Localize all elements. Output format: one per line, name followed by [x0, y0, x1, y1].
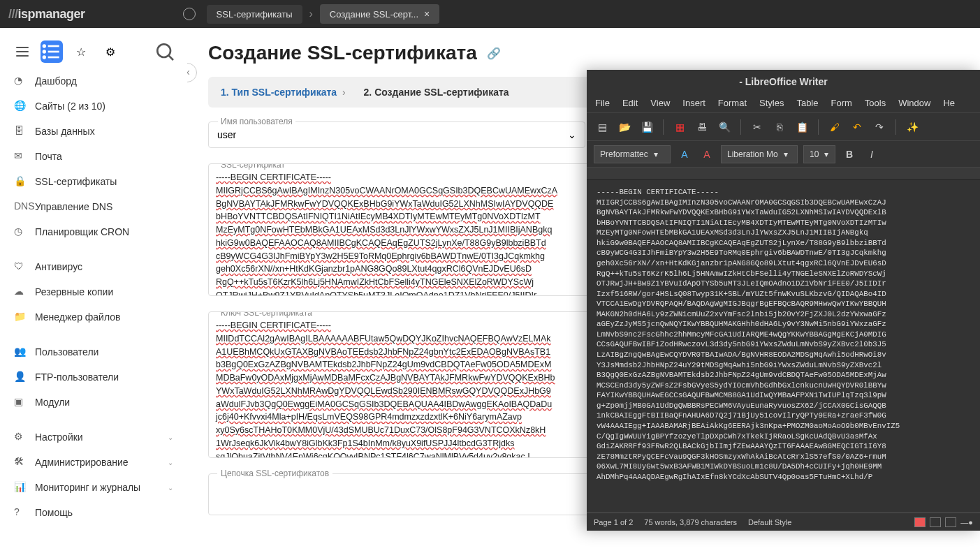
chevron-down-icon: ⌄	[568, 129, 576, 140]
chevron-down-icon: ⌄	[168, 459, 173, 466]
menu-file[interactable]: File	[595, 98, 610, 108]
document-body[interactable]: -----BEGIN CERTIFICATE----- MIIGRjCCBS6g…	[587, 180, 980, 513]
redo-icon[interactable]: ↷	[871, 119, 888, 135]
sidebar-item-modules[interactable]: ▣Модули	[0, 390, 187, 415]
menu-table[interactable]: Table	[796, 98, 818, 108]
tab-create-ssl[interactable]: Создание SSL-серт... ×	[320, 4, 439, 24]
ftp-icon: 👤	[14, 371, 27, 383]
format-bar[interactable]: Preformattec▾ A A Liberation Mo▾ 10▾ B I	[587, 141, 980, 168]
view-book-icon[interactable]	[945, 517, 956, 527]
dashboard-icon: ◔	[14, 75, 27, 87]
topbar: ///ispmanager SSL-сертификаты › Создание…	[0, 0, 980, 28]
toolbar[interactable]: ▤ 📂 💾 ▦ 🖶 🔍 ✂ ⎘ 📋 🖌 ↶ ↷ ✨	[587, 113, 980, 141]
star-icon[interactable]: ☆	[70, 40, 92, 63]
undo-icon[interactable]: ↶	[849, 119, 865, 135]
svg-line-7	[168, 55, 173, 60]
find-icon[interactable]: ✨	[904, 119, 921, 135]
highlight-b-icon[interactable]: A	[699, 146, 715, 163]
link-icon[interactable]: 🔗	[487, 47, 501, 60]
mail-icon: ✉	[14, 150, 27, 163]
svg-point-4	[43, 51, 45, 53]
menu-tools[interactable]: Tools	[865, 98, 886, 108]
globe-icon: 🌐	[14, 100, 27, 112]
menu-view[interactable]: View	[650, 98, 670, 108]
libreoffice-window: - LibreOffice Writer FileEditViewInsertF…	[587, 70, 980, 531]
fontsize-select[interactable]: 10▾	[803, 145, 835, 163]
history-icon[interactable]	[183, 8, 196, 20]
menu-bar[interactable]: FileEditViewInsertFormatStylesTableFormT…	[587, 94, 980, 113]
status-words: 75 words, 3,879 characters	[644, 518, 737, 526]
sidebar-item-dns[interactable]: DNSУправление DNS	[0, 194, 187, 219]
bold-icon[interactable]: B	[841, 146, 858, 163]
apps-icon[interactable]: ⚙	[99, 40, 122, 63]
status-bar: Page 1 of 2 75 words, 3,879 characters D…	[587, 513, 980, 531]
settings-icon: ⚙	[14, 431, 27, 443]
search-icon[interactable]	[154, 40, 176, 63]
paragraph-style-select[interactable]: Preformattec▾	[594, 145, 671, 163]
chevron-down-icon: ⌄	[168, 484, 173, 492]
page-title: Создание SSL-сертификата 🔗	[208, 42, 959, 64]
menu-window[interactable]: Window	[898, 98, 930, 108]
window-title: - LibreOffice Writer	[587, 70, 980, 94]
ruler	[587, 168, 980, 180]
menu-styles[interactable]: Styles	[759, 98, 784, 108]
breadcrumb-tabs: SSL-сертификаты › Создание SSL-серт... ×	[183, 4, 440, 24]
menu-form[interactable]: Form	[831, 98, 851, 108]
sidebar-item-help[interactable]: ?Помощь	[0, 500, 187, 525]
open-icon[interactable]: 📂	[616, 119, 633, 135]
copy-icon[interactable]: ⎘	[771, 119, 788, 135]
save-icon[interactable]: 💾	[638, 119, 655, 135]
sidebar-item-admin[interactable]: 🛠Администрирование⌄	[0, 450, 187, 475]
sidebar-item-ftp[interactable]: 👤FTP-пользователи	[0, 364, 187, 390]
lock-icon: 🔒	[14, 175, 27, 188]
new-doc-icon[interactable]: ▤	[594, 119, 610, 135]
sidebar-item-monitor[interactable]: 📊Мониторинг и журналы⌄	[0, 475, 187, 500]
zoom-slider[interactable]: —●	[960, 518, 973, 526]
step-2: 2. Создание SSL-сертификата	[364, 87, 509, 98]
sidebar-item-globe[interactable]: 🌐Сайты (2 из 10)	[0, 94, 187, 119]
sidebar-item-lock[interactable]: 🔒SSL-сертификаты	[0, 169, 187, 194]
dns-icon: DNS	[14, 200, 27, 213]
close-icon[interactable]: ×	[424, 8, 430, 20]
database-icon: 🗄	[14, 125, 27, 138]
menu-he[interactable]: He	[943, 98, 955, 108]
menu-insert[interactable]: Insert	[682, 98, 705, 108]
pdf-icon[interactable]: ▦	[671, 119, 688, 135]
brush-icon[interactable]: 🖌	[826, 119, 843, 135]
sidebar-item-backup[interactable]: ☁Резервные копии	[0, 279, 187, 304]
view-multi-icon[interactable]	[930, 517, 941, 527]
close-panel-button[interactable]: ×	[187, 63, 197, 82]
sidebar-item-users[interactable]: 👥Пользователи	[0, 339, 187, 364]
sidebar-item-settings[interactable]: ⚙Настройки⌄	[0, 425, 187, 450]
status-style: Default Style	[748, 518, 791, 526]
menu-format[interactable]: Format	[718, 98, 747, 108]
logo: ///ispmanager	[8, 7, 85, 22]
cut-icon[interactable]: ✂	[749, 119, 766, 135]
preview-icon[interactable]: 🔍	[716, 119, 733, 135]
sidebar-item-folder[interactable]: 📁Менеджер файлов	[0, 304, 187, 330]
sidebar-item-database[interactable]: 🗄Базы данных	[0, 119, 187, 144]
paste-icon[interactable]: 📋	[793, 119, 810, 135]
step-1[interactable]: 1. Тип SSL-сертификата	[221, 87, 337, 98]
font-select[interactable]: Liberation Mo▾	[721, 145, 798, 163]
monitor-icon: 📊	[14, 481, 27, 494]
clock-icon: ◷	[14, 226, 27, 238]
help-icon: ?	[14, 506, 27, 519]
users-icon: 👥	[14, 346, 27, 358]
sidebar-item-dashboard[interactable]: ◔Дашборд	[0, 68, 187, 94]
view-single-icon[interactable]	[914, 517, 926, 527]
tab-ssl-certs[interactable]: SSL-сертификаты	[207, 5, 302, 24]
list-view-icon[interactable]	[41, 40, 63, 63]
italic-icon[interactable]: I	[863, 146, 880, 163]
sidebar-item-mail[interactable]: ✉Почта	[0, 144, 187, 169]
menu-toggle[interactable]	[11, 40, 34, 63]
chevron-right-icon: ›	[309, 8, 313, 20]
print-icon[interactable]: 🖶	[694, 119, 710, 135]
sidebar-item-shield[interactable]: 🛡Антивирус	[0, 254, 187, 279]
chevron-down-icon: ⌄	[168, 434, 173, 441]
menu-edit[interactable]: Edit	[622, 98, 638, 108]
username-label: Имя пользователя	[218, 117, 295, 126]
svg-point-6	[157, 44, 170, 57]
highlight-a-icon[interactable]: A	[676, 146, 693, 163]
sidebar-item-clock[interactable]: ◷Планировщик CRON	[0, 219, 187, 244]
